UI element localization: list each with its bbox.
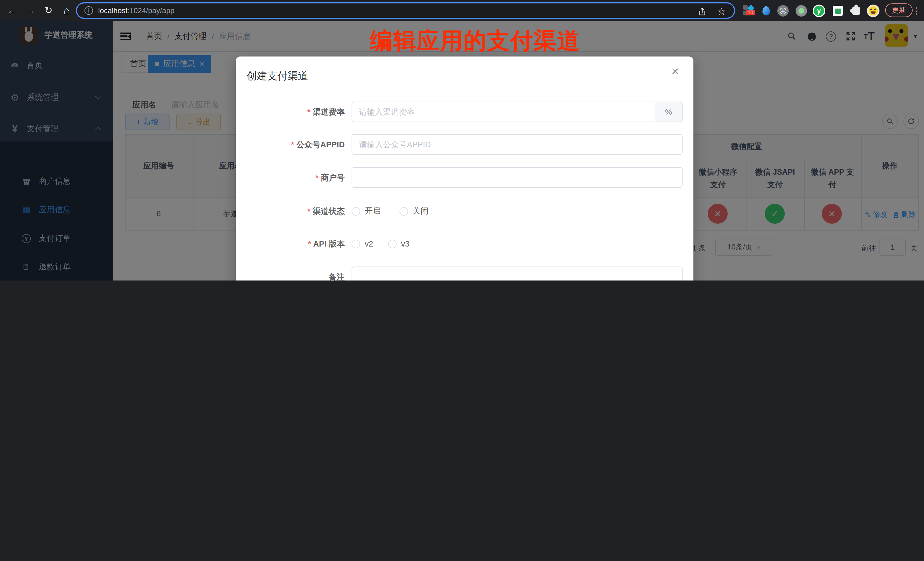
forward-icon[interactable]: → bbox=[23, 0, 38, 21]
back-icon[interactable]: ← bbox=[4, 0, 20, 21]
remark-input[interactable] bbox=[352, 267, 682, 280]
url-path: :1024/pay/app bbox=[128, 6, 175, 15]
browser-menu-icon[interactable]: ⋮ bbox=[912, 0, 922, 21]
extension-command-icon[interactable]: ⌘ bbox=[776, 4, 790, 18]
address-bar[interactable]: i localhost:1024/pay/app ☆ bbox=[76, 2, 735, 19]
bookmark-star-icon[interactable]: ☆ bbox=[717, 6, 726, 18]
extension-y-icon[interactable]: y bbox=[812, 4, 826, 18]
extension-tiles-icon[interactable]: 10 bbox=[742, 4, 756, 18]
radio-close[interactable] bbox=[399, 207, 408, 216]
home-icon[interactable]: ⌂ bbox=[59, 0, 74, 21]
profile-avatar-icon[interactable] bbox=[866, 4, 880, 18]
create-channel-dialog: 创建支付渠道 ✕ *渠道费率 % *公众号APPID *商户号 *渠道状态 开启… bbox=[236, 57, 693, 280]
annotation-title: 编辑应用的支付渠道 bbox=[370, 25, 580, 57]
percent-suffix: % bbox=[654, 102, 682, 122]
remark-label: 备注 bbox=[219, 267, 345, 280]
extensions-puzzle-icon[interactable] bbox=[849, 4, 863, 18]
radio-v2[interactable] bbox=[352, 239, 360, 248]
reload-icon[interactable]: ↻ bbox=[41, 0, 56, 21]
browser-update-button[interactable]: 更新 bbox=[885, 3, 913, 17]
rate-input[interactable]: % bbox=[352, 102, 682, 122]
extension-dot-icon[interactable] bbox=[795, 4, 808, 18]
extension-balloon-icon[interactable] bbox=[759, 4, 773, 18]
dialog-title: 创建支付渠道 bbox=[246, 69, 308, 83]
merchant-input[interactable] bbox=[352, 167, 682, 188]
url-host: localhost bbox=[98, 6, 128, 15]
site-info-icon[interactable]: i bbox=[84, 6, 93, 15]
status-radio-group: 开启 关闭 bbox=[352, 201, 429, 221]
status-label: *渠道状态 bbox=[219, 201, 345, 221]
radio-open[interactable] bbox=[352, 207, 360, 216]
api-version-label: *API 版本 bbox=[219, 233, 345, 254]
merchant-label: *商户号 bbox=[219, 167, 345, 188]
appid-input[interactable] bbox=[352, 134, 682, 154]
api-radio-group: v2 v3 bbox=[352, 233, 410, 254]
screen: ← → ↻ ⌂ i localhost:1024/pay/app ☆ 10 ⌘ bbox=[0, 0, 924, 280]
extension-chat-icon[interactable] bbox=[831, 4, 844, 18]
dialog-close-icon[interactable]: ✕ bbox=[668, 64, 682, 78]
rate-label: *渠道费率 bbox=[219, 102, 345, 122]
browser-toolbar: ← → ↻ ⌂ i localhost:1024/pay/app ☆ 10 ⌘ bbox=[0, 0, 924, 21]
radio-v3[interactable] bbox=[388, 239, 397, 248]
share-icon[interactable] bbox=[698, 8, 706, 16]
appid-label: *公众号APPID bbox=[219, 134, 345, 154]
extension-badge: 10 bbox=[746, 10, 755, 15]
